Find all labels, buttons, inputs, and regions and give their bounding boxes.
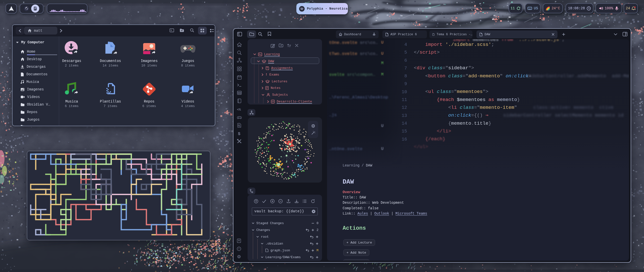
svg-text:$: $ [238,131,240,136]
svg-text:$_: $_ [171,29,173,31]
svg-text:<%: <% [237,108,241,112]
svg-text:?: ? [238,248,240,251]
